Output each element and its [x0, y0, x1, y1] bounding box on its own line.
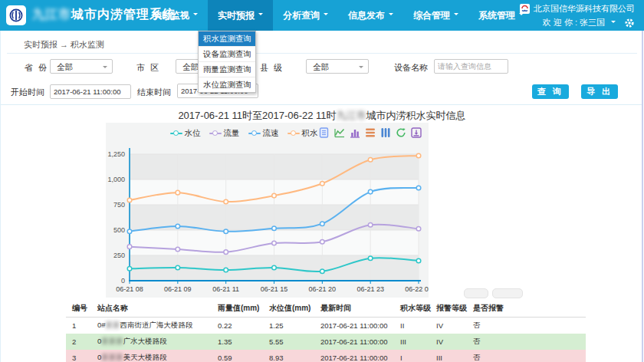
nav-general-manage[interactable]: 综合管理	[403, 0, 468, 31]
nav-realtime-monitor[interactable]: 实时监视	[143, 0, 208, 31]
col-header-water: 水位值(mm)	[263, 299, 314, 318]
chevron-down-icon	[324, 13, 328, 18]
menu-item-device-monitor-query[interactable]: 设备监测查询	[199, 46, 255, 61]
col-header-rain: 雨量值(mm)	[212, 299, 263, 318]
user-name-link[interactable]: 张三国	[580, 17, 605, 28]
station-data-table: 编号 站点名称 雨量值(mm) 水位值(mm) 最新时间 积水等级 报警等级 是…	[66, 299, 586, 362]
divider	[7, 53, 637, 54]
chevron-down-icon	[359, 66, 363, 71]
restore-icon[interactable]	[396, 127, 406, 138]
svg-text:1,250: 1,250	[107, 150, 125, 158]
legend-item-flow-speed[interactable]: 流速	[248, 128, 279, 139]
top-header: 九江市城市内涝管理系统 实时监视 实时预报 分析查询 信息发布 综合管理 系统管…	[0, 0, 644, 31]
svg-text:06-21 09: 06-21 09	[164, 285, 192, 293]
redacted-station-code: 某某	[106, 321, 120, 329]
company-name: 北京国信华源科技有限公司	[534, 3, 635, 15]
company-info: 北京国信华源科技有限公司	[520, 3, 635, 15]
province-select[interactable]: 全部	[50, 59, 113, 74]
legend-item-accumulation[interactable]: 积水	[288, 128, 318, 139]
device-name-label: 设备名称	[394, 62, 428, 74]
station-name: 0某某某美天大楼路段	[91, 350, 212, 362]
province-label: 省 份	[25, 62, 48, 74]
legend-item-flow-volume[interactable]: 流量	[209, 128, 240, 139]
svg-text:0: 0	[121, 277, 125, 285]
end-time-label: 结束时间	[137, 87, 171, 98]
svg-text:06-22 09: 06-22 09	[405, 285, 429, 293]
table-row[interactable]: 2 0某某某广水大楼路段 1.35 5.55 2017-06-21 11:00:…	[66, 334, 586, 350]
redacted-city-name: 九江市	[32, 8, 71, 21]
legend-item-water-level[interactable]: 水位	[170, 128, 201, 139]
svg-text:500: 500	[113, 226, 125, 234]
chevron-down-icon	[454, 13, 458, 18]
chevron-down-icon	[103, 66, 107, 71]
legend-marker	[288, 130, 300, 137]
chevron-down-icon[interactable]	[611, 21, 616, 25]
forecast-dropdown-menu: 积水监测查询 设备监测查询 雨量监测查询 水位监测查询	[198, 31, 256, 93]
svg-text:1,000: 1,000	[107, 176, 125, 183]
legend-marker	[248, 130, 261, 137]
line-chart[interactable]: 02505007501,0001,25006-21 0806-21 0906-2…	[106, 142, 429, 298]
table-action-button[interactable]	[464, 288, 488, 298]
svg-text:06-21 15: 06-21 15	[261, 285, 288, 293]
col-header-flood-level: 积水等级	[394, 299, 430, 318]
scrollbar[interactable]	[642, 31, 643, 362]
bar-chart-icon[interactable]	[350, 127, 360, 138]
col-header-alarm-level: 报警等级	[430, 299, 467, 318]
stack-icon[interactable]	[365, 127, 376, 138]
city-label: 市 区	[136, 62, 160, 74]
legend-marker	[209, 130, 222, 137]
save-image-icon[interactable]	[411, 127, 422, 138]
welcome-label: 欢 迎 你 :	[543, 17, 577, 28]
station-name: 0某某某广水大楼路段	[91, 334, 212, 350]
station-name: 0#某某西南街道广海大楼路段	[91, 318, 212, 334]
svg-text:250: 250	[113, 252, 125, 259]
menu-item-water-accumulation-query[interactable]: 积水监测查询	[199, 31, 255, 46]
nav-analysis-query[interactable]: 分析查询	[273, 0, 338, 31]
svg-text:750: 750	[113, 201, 125, 209]
svg-text:06-21 11: 06-21 11	[212, 285, 239, 293]
breadcrumb: 实时预报 → 积水监测	[24, 39, 104, 51]
chart-toolbox	[319, 127, 422, 138]
redacted-city-name: 九江市	[337, 110, 366, 121]
settings-gear-icon[interactable]	[624, 18, 635, 28]
nav-realtime-forecast[interactable]: 实时预报	[208, 0, 273, 31]
redacted-station-code: 某某某	[101, 353, 123, 361]
svg-text:06-21 23: 06-21 23	[356, 285, 384, 293]
chart-title: 2017-06-21 11时至2017-06-22 11时九江市城市内涝积水实时…	[1, 109, 643, 123]
tiled-icon[interactable]	[380, 127, 391, 138]
query-button[interactable]: 查 询	[532, 84, 569, 99]
chevron-down-icon	[389, 13, 393, 18]
svg-text:06-21 08: 06-21 08	[116, 285, 143, 293]
start-time-input[interactable]	[50, 84, 131, 99]
col-header-time: 最新时间	[314, 299, 394, 318]
data-view-icon[interactable]	[319, 127, 330, 138]
table-action-button[interactable]	[492, 288, 523, 298]
menu-item-waterlevel-monitor-query[interactable]: 水位监测查询	[199, 77, 255, 92]
line-chart-panel: 水位 流量 流速 积水 02505007501,0001,25006-21 08…	[106, 123, 429, 298]
device-name-input[interactable]	[434, 59, 508, 74]
app-logo-icon	[6, 5, 26, 25]
line-chart-icon[interactable]	[334, 127, 345, 138]
col-header-no: 编号	[66, 299, 91, 318]
col-header-station: 站点名称	[91, 299, 212, 318]
chevron-down-icon	[258, 13, 263, 18]
table-row[interactable]: 3 0某某某美天大楼路段 0.59 8.93 2017-06-21 11:00:…	[66, 350, 586, 362]
header-right: 北京国信华源科技有限公司 欢 迎 你 : 张三国	[520, 3, 635, 28]
menu-item-rainfall-monitor-query[interactable]: 雨量监测查询	[199, 61, 255, 77]
nav-info-publish[interactable]: 信息发布	[338, 0, 403, 31]
app-window: 九江市城市内涝管理系统 实时监视 实时预报 分析查询 信息发布 综合管理 系统管…	[0, 0, 644, 362]
chevron-down-icon	[193, 13, 198, 18]
main-content: 实时预报 → 积水监测 省 份 全部 市 区 全部 县 级 全部 设备名称 开始…	[0, 31, 643, 362]
export-button[interactable]: 导 出	[581, 84, 618, 99]
legend-marker	[170, 130, 182, 137]
start-time-label: 开始时间	[11, 87, 44, 98]
main-nav: 实时监视 实时预报 分析查询 信息发布 综合管理 系统管理	[143, 0, 534, 31]
col-header-is-alarm: 是否报警	[467, 299, 586, 318]
county-select[interactable]: 全部	[306, 59, 369, 74]
svg-text:06-21 20: 06-21 20	[309, 285, 337, 293]
county-label: 县 级	[260, 62, 284, 74]
divider	[1, 104, 643, 105]
table-row[interactable]: 1 0#某某西南街道广海大楼路段 0.22 1.25 2017-06-21 11…	[66, 318, 586, 334]
redacted-station-code: 某某某	[101, 337, 123, 345]
company-logo-icon	[520, 4, 530, 14]
